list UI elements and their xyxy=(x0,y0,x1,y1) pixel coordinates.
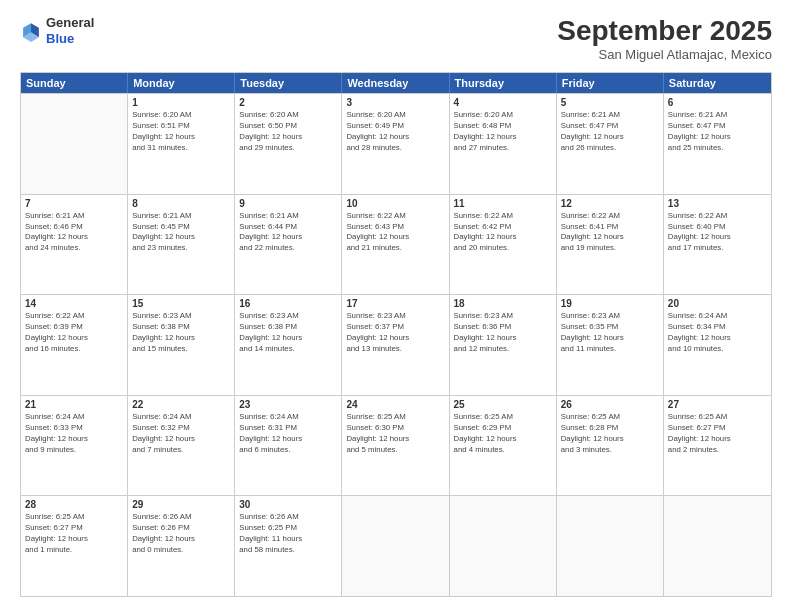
calendar-cell: 13Sunrise: 6:22 AM Sunset: 6:40 PM Dayli… xyxy=(664,195,771,295)
day-number: 14 xyxy=(25,298,123,309)
calendar-cell: 5Sunrise: 6:21 AM Sunset: 6:47 PM Daylig… xyxy=(557,94,664,194)
location: San Miguel Atlamajac, Mexico xyxy=(557,47,772,62)
day-number: 22 xyxy=(132,399,230,410)
day-number: 17 xyxy=(346,298,444,309)
header-day: Thursday xyxy=(450,73,557,93)
day-number: 3 xyxy=(346,97,444,108)
day-info: Sunrise: 6:22 AM Sunset: 6:42 PM Dayligh… xyxy=(454,211,552,255)
day-info: Sunrise: 6:25 AM Sunset: 6:29 PM Dayligh… xyxy=(454,412,552,456)
day-number: 18 xyxy=(454,298,552,309)
calendar-header: SundayMondayTuesdayWednesdayThursdayFrid… xyxy=(21,73,771,93)
day-info: Sunrise: 6:23 AM Sunset: 6:38 PM Dayligh… xyxy=(239,311,337,355)
day-number: 8 xyxy=(132,198,230,209)
day-number: 2 xyxy=(239,97,337,108)
day-number: 27 xyxy=(668,399,767,410)
day-info: Sunrise: 6:22 AM Sunset: 6:41 PM Dayligh… xyxy=(561,211,659,255)
day-info: Sunrise: 6:24 AM Sunset: 6:33 PM Dayligh… xyxy=(25,412,123,456)
day-number: 29 xyxy=(132,499,230,510)
logo-blue: Blue xyxy=(46,31,94,47)
calendar-cell xyxy=(450,496,557,596)
calendar-cell: 21Sunrise: 6:24 AM Sunset: 6:33 PM Dayli… xyxy=(21,396,128,496)
calendar-cell: 19Sunrise: 6:23 AM Sunset: 6:35 PM Dayli… xyxy=(557,295,664,395)
day-info: Sunrise: 6:26 AM Sunset: 6:26 PM Dayligh… xyxy=(132,512,230,556)
day-info: Sunrise: 6:24 AM Sunset: 6:32 PM Dayligh… xyxy=(132,412,230,456)
calendar-cell: 2Sunrise: 6:20 AM Sunset: 6:50 PM Daylig… xyxy=(235,94,342,194)
calendar-cell xyxy=(557,496,664,596)
day-info: Sunrise: 6:25 AM Sunset: 6:28 PM Dayligh… xyxy=(561,412,659,456)
calendar-row: 1Sunrise: 6:20 AM Sunset: 6:51 PM Daylig… xyxy=(21,93,771,194)
day-number: 28 xyxy=(25,499,123,510)
day-number: 16 xyxy=(239,298,337,309)
calendar-cell: 26Sunrise: 6:25 AM Sunset: 6:28 PM Dayli… xyxy=(557,396,664,496)
calendar-cell: 10Sunrise: 6:22 AM Sunset: 6:43 PM Dayli… xyxy=(342,195,449,295)
day-number: 5 xyxy=(561,97,659,108)
calendar-cell: 23Sunrise: 6:24 AM Sunset: 6:31 PM Dayli… xyxy=(235,396,342,496)
calendar-cell: 30Sunrise: 6:26 AM Sunset: 6:25 PM Dayli… xyxy=(235,496,342,596)
day-info: Sunrise: 6:25 AM Sunset: 6:30 PM Dayligh… xyxy=(346,412,444,456)
day-number: 4 xyxy=(454,97,552,108)
day-number: 10 xyxy=(346,198,444,209)
day-info: Sunrise: 6:23 AM Sunset: 6:37 PM Dayligh… xyxy=(346,311,444,355)
title-block: September 2025 San Miguel Atlamajac, Mex… xyxy=(557,15,772,62)
day-info: Sunrise: 6:25 AM Sunset: 6:27 PM Dayligh… xyxy=(668,412,767,456)
day-number: 26 xyxy=(561,399,659,410)
logo-icon xyxy=(20,20,42,42)
day-info: Sunrise: 6:20 AM Sunset: 6:51 PM Dayligh… xyxy=(132,110,230,154)
calendar: SundayMondayTuesdayWednesdayThursdayFrid… xyxy=(20,72,772,597)
day-number: 13 xyxy=(668,198,767,209)
day-info: Sunrise: 6:25 AM Sunset: 6:27 PM Dayligh… xyxy=(25,512,123,556)
calendar-cell: 1Sunrise: 6:20 AM Sunset: 6:51 PM Daylig… xyxy=(128,94,235,194)
day-info: Sunrise: 6:21 AM Sunset: 6:47 PM Dayligh… xyxy=(668,110,767,154)
calendar-cell: 12Sunrise: 6:22 AM Sunset: 6:41 PM Dayli… xyxy=(557,195,664,295)
day-number: 23 xyxy=(239,399,337,410)
calendar-cell xyxy=(664,496,771,596)
day-info: Sunrise: 6:22 AM Sunset: 6:39 PM Dayligh… xyxy=(25,311,123,355)
header-day: Friday xyxy=(557,73,664,93)
header-day: Wednesday xyxy=(342,73,449,93)
day-number: 12 xyxy=(561,198,659,209)
calendar-cell: 28Sunrise: 6:25 AM Sunset: 6:27 PM Dayli… xyxy=(21,496,128,596)
day-info: Sunrise: 6:24 AM Sunset: 6:34 PM Dayligh… xyxy=(668,311,767,355)
day-info: Sunrise: 6:20 AM Sunset: 6:50 PM Dayligh… xyxy=(239,110,337,154)
day-number: 20 xyxy=(668,298,767,309)
calendar-cell: 24Sunrise: 6:25 AM Sunset: 6:30 PM Dayli… xyxy=(342,396,449,496)
day-info: Sunrise: 6:21 AM Sunset: 6:45 PM Dayligh… xyxy=(132,211,230,255)
day-number: 24 xyxy=(346,399,444,410)
calendar-cell xyxy=(21,94,128,194)
calendar-cell: 25Sunrise: 6:25 AM Sunset: 6:29 PM Dayli… xyxy=(450,396,557,496)
day-number: 11 xyxy=(454,198,552,209)
calendar-body: 1Sunrise: 6:20 AM Sunset: 6:51 PM Daylig… xyxy=(21,93,771,596)
header-day: Tuesday xyxy=(235,73,342,93)
calendar-cell: 27Sunrise: 6:25 AM Sunset: 6:27 PM Dayli… xyxy=(664,396,771,496)
calendar-cell: 18Sunrise: 6:23 AM Sunset: 6:36 PM Dayli… xyxy=(450,295,557,395)
calendar-cell: 29Sunrise: 6:26 AM Sunset: 6:26 PM Dayli… xyxy=(128,496,235,596)
day-info: Sunrise: 6:23 AM Sunset: 6:36 PM Dayligh… xyxy=(454,311,552,355)
calendar-cell: 3Sunrise: 6:20 AM Sunset: 6:49 PM Daylig… xyxy=(342,94,449,194)
calendar-cell: 14Sunrise: 6:22 AM Sunset: 6:39 PM Dayli… xyxy=(21,295,128,395)
day-number: 6 xyxy=(668,97,767,108)
calendar-cell: 20Sunrise: 6:24 AM Sunset: 6:34 PM Dayli… xyxy=(664,295,771,395)
day-info: Sunrise: 6:26 AM Sunset: 6:25 PM Dayligh… xyxy=(239,512,337,556)
logo: General Blue xyxy=(20,15,94,46)
calendar-row: 7Sunrise: 6:21 AM Sunset: 6:46 PM Daylig… xyxy=(21,194,771,295)
day-info: Sunrise: 6:21 AM Sunset: 6:47 PM Dayligh… xyxy=(561,110,659,154)
calendar-cell: 16Sunrise: 6:23 AM Sunset: 6:38 PM Dayli… xyxy=(235,295,342,395)
day-info: Sunrise: 6:23 AM Sunset: 6:35 PM Dayligh… xyxy=(561,311,659,355)
calendar-row: 28Sunrise: 6:25 AM Sunset: 6:27 PM Dayli… xyxy=(21,495,771,596)
day-info: Sunrise: 6:22 AM Sunset: 6:43 PM Dayligh… xyxy=(346,211,444,255)
page: General Blue September 2025 San Miguel A… xyxy=(0,0,792,612)
day-number: 1 xyxy=(132,97,230,108)
day-number: 25 xyxy=(454,399,552,410)
calendar-cell: 8Sunrise: 6:21 AM Sunset: 6:45 PM Daylig… xyxy=(128,195,235,295)
calendar-cell xyxy=(342,496,449,596)
header-day: Sunday xyxy=(21,73,128,93)
day-number: 9 xyxy=(239,198,337,209)
calendar-cell: 22Sunrise: 6:24 AM Sunset: 6:32 PM Dayli… xyxy=(128,396,235,496)
calendar-row: 21Sunrise: 6:24 AM Sunset: 6:33 PM Dayli… xyxy=(21,395,771,496)
month-title: September 2025 xyxy=(557,15,772,47)
day-number: 19 xyxy=(561,298,659,309)
calendar-cell: 15Sunrise: 6:23 AM Sunset: 6:38 PM Dayli… xyxy=(128,295,235,395)
day-info: Sunrise: 6:20 AM Sunset: 6:48 PM Dayligh… xyxy=(454,110,552,154)
logo-general: General xyxy=(46,15,94,31)
day-info: Sunrise: 6:21 AM Sunset: 6:44 PM Dayligh… xyxy=(239,211,337,255)
